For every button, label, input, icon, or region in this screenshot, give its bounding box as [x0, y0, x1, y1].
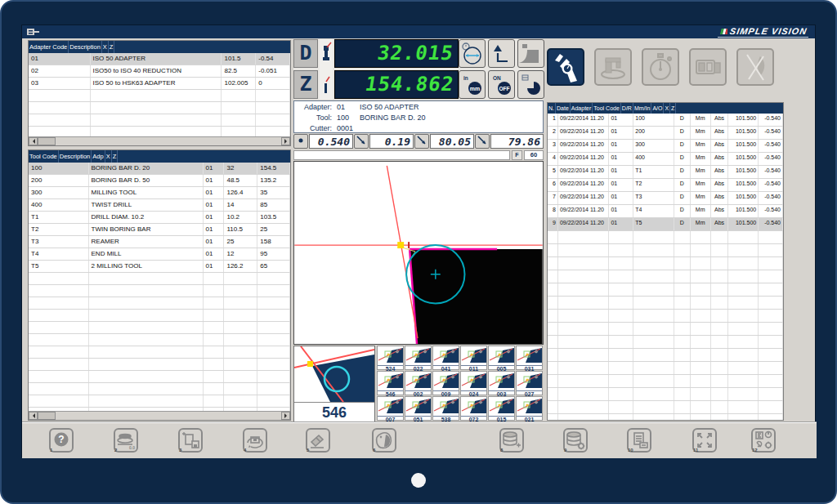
shape-thumbnail[interactable]: 021	[516, 396, 543, 421]
fullscreen-button[interactable]: 11	[692, 428, 717, 453]
adapter-row[interactable]	[29, 127, 290, 136]
shape-thumbnail[interactable]: 072	[460, 396, 487, 421]
history-row[interactable]: 2 09/22/2014 11.20 01 200 D Mm Abs 101.5…	[548, 127, 783, 140]
lathe-mode-button[interactable]	[736, 48, 774, 86]
scroll-left-button[interactable]	[29, 412, 38, 420]
tool-row[interactable]: T5 2 MILLING TOOL 01 126.2 65	[29, 261, 290, 273]
history-row[interactable]	[548, 283, 783, 297]
copy-save-button[interactable]: 3	[178, 428, 203, 453]
tool-row[interactable]	[29, 346, 290, 359]
camera-tool-button[interactable]: 6	[372, 428, 396, 453]
shape-thumbnail[interactable]: 041	[432, 346, 459, 370]
adapter-table-hscrollbar[interactable]	[29, 136, 290, 145]
angle-measure-button[interactable]	[354, 134, 369, 149]
presetter-mode-button[interactable]	[594, 48, 632, 86]
machine-mode-button[interactable]	[689, 48, 727, 86]
shape-thumbnail[interactable]: 015	[488, 396, 515, 421]
history-row[interactable]	[548, 323, 783, 336]
history-row[interactable]	[548, 231, 783, 244]
shape-preview[interactable]: 546	[293, 346, 375, 422]
machine-transfer-button[interactable]: 4	[243, 428, 267, 453]
adapter-row[interactable]	[29, 90, 290, 102]
history-row[interactable]	[548, 257, 783, 270]
shape-thumbnail[interactable]: 005	[488, 346, 515, 370]
history-row[interactable]: 6 09/22/2014 11.20 01 T2 D Mm Abs 101.50…	[548, 179, 783, 192]
measure-diameter-button[interactable]	[459, 39, 486, 68]
history-row[interactable]	[548, 244, 783, 257]
shape-thumbnail[interactable]: 009	[432, 371, 459, 395]
database-settings-button[interactable]: 9	[563, 428, 588, 453]
tool-row[interactable]	[29, 359, 290, 371]
shape-thumbnail[interactable]: 007	[377, 396, 404, 421]
tool-row[interactable]: T1 DRILL DIAM. 10.2 01 10.2 103.5	[29, 212, 290, 224]
tool-row[interactable]	[29, 395, 290, 408]
camera-view[interactable]	[293, 161, 544, 345]
history-row[interactable]	[548, 375, 783, 388]
setup-button[interactable]: 12	[751, 428, 776, 453]
adapter-row[interactable]: 01 ISO 50 ADAPTER 101.5 -0.54	[29, 53, 290, 65]
tool-row[interactable]	[29, 371, 290, 383]
history-row[interactable]: 9 09/22/2014 11.20 01 T5 D Mm Abs 101.50…	[548, 218, 783, 231]
history-row[interactable]: 5 09/22/2014 11.20 01 T1 D Mm Abs 101.50…	[548, 166, 783, 179]
tool-row[interactable]: T4 END MILL 01 12 95	[29, 248, 290, 261]
tool-row[interactable]: 400 TWIST DRILL 01 14 85	[29, 199, 290, 212]
scroll-right-button[interactable]	[281, 412, 290, 420]
adapter-row[interactable]: 03 ISO 50 to HSK63 ADAPTER 102.005 0	[29, 78, 290, 90]
tool-row[interactable]	[29, 285, 290, 297]
shape-thumbnail[interactable]: 524	[377, 346, 404, 370]
adapter-row[interactable]	[29, 114, 290, 127]
adapter-row[interactable]: 02 ISO50 to ISO 40 REDUCTION 82.5 -0.051	[29, 65, 290, 78]
angle-measure-button[interactable]	[414, 134, 429, 149]
tool-row[interactable]: 100 BORING BAR D. 20 01 32 154.5	[29, 163, 290, 175]
help-button[interactable]: ? 1	[49, 428, 74, 453]
scroll-thumb[interactable]	[38, 137, 56, 145]
shape-thumbnail[interactable]: 022	[405, 346, 432, 370]
shape-thumbnail[interactable]: 002	[405, 371, 432, 395]
presetter-zero-button[interactable]: 0.0 2	[114, 428, 138, 453]
history-row[interactable]: 7 09/22/2014 11.20 01 T3 D Mm Abs 101.50…	[548, 192, 783, 205]
shape-thumbnail[interactable]: 024	[460, 371, 487, 395]
tool-row[interactable]	[29, 322, 290, 334]
history-row[interactable]: 4 09/22/2014 11.20 01 400 D Mm Abs 101.5…	[548, 153, 783, 166]
tool-row[interactable]	[29, 273, 290, 285]
measure-value-1[interactable]: 0.540	[309, 134, 353, 149]
angle-measure-button[interactable]	[475, 134, 490, 149]
shape-thumbnail[interactable]: 027	[516, 371, 543, 395]
power-toggle-button[interactable]: ON OFF	[488, 70, 515, 99]
tool-row[interactable]	[29, 310, 290, 322]
tool-row[interactable]	[29, 383, 290, 395]
save-database-button[interactable]: 8	[499, 428, 524, 453]
history-row[interactable]	[548, 401, 783, 414]
history-row[interactable]	[548, 310, 783, 323]
measure-value-4[interactable]: 79.86	[490, 134, 544, 149]
history-row[interactable]: 1 09/22/2014 11.20 01 100 D Mm Abs 101.5…	[548, 114, 783, 127]
point-measure-button[interactable]	[293, 134, 308, 149]
shape-thumbnail[interactable]: 031	[516, 346, 543, 370]
scroll-right-button[interactable]	[281, 137, 290, 145]
measure-value-2[interactable]: 0.19	[369, 134, 414, 149]
measure-value-3[interactable]: 80.05	[430, 134, 474, 149]
history-row[interactable]	[548, 336, 783, 349]
history-row[interactable]	[548, 270, 783, 283]
measure-corner-button[interactable]	[517, 39, 544, 68]
scroll-left-button[interactable]	[29, 137, 38, 145]
shape-thumbnail[interactable]: 538	[432, 396, 459, 421]
tool-row[interactable]: T2 TWIN BORING BAR 01 110.5 25	[29, 224, 290, 236]
tool-row[interactable]	[29, 297, 290, 310]
scroll-thumb[interactable]	[38, 412, 56, 420]
unit-toggle-button[interactable]: in mm	[459, 70, 486, 99]
tool-row[interactable]	[29, 334, 290, 346]
history-row[interactable]	[548, 414, 783, 420]
history-row[interactable]	[548, 297, 783, 310]
history-row[interactable]	[548, 362, 783, 375]
tool-row[interactable]: 200 BORING BAR D. 50 01 48.5 135.2	[29, 175, 290, 187]
tool-row[interactable]: 300 MILLING TOOL 01 126.4 35	[29, 187, 290, 199]
erase-button[interactable]: 5	[306, 428, 330, 453]
quadrant-button[interactable]	[517, 70, 544, 99]
gauge-mode-button[interactable]	[642, 48, 679, 86]
tool-row[interactable]: T3 REAMER 01 25 158	[29, 236, 290, 248]
history-row[interactable]	[548, 349, 783, 362]
tool-table-hscrollbar[interactable]	[29, 411, 290, 420]
measure-height-button[interactable]	[488, 39, 515, 68]
focus-track[interactable]	[293, 150, 510, 160]
